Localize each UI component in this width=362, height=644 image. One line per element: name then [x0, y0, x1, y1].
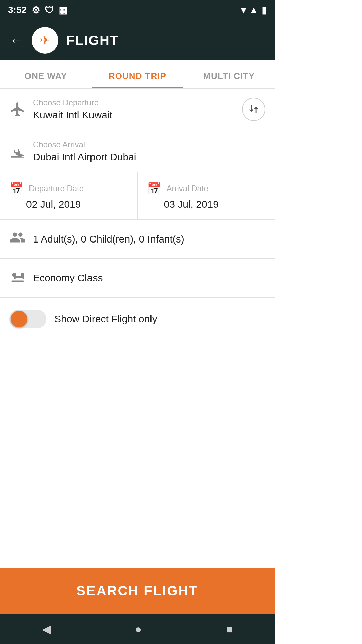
nav-recent-button[interactable]: ■ — [226, 623, 233, 636]
page-title: FLIGHT — [66, 33, 119, 48]
status-left: 3:52 ⚙ 🛡 ▦ — [8, 5, 67, 16]
status-bar: 3:52 ⚙ 🛡 ▦ ▾ ▲ ▮ — [0, 0, 275, 20]
seat-icon — [9, 268, 33, 288]
signal-icon: ▲ — [249, 5, 258, 15]
svg-rect-0 — [11, 281, 24, 282]
logo-circle: ✈ — [32, 27, 58, 54]
nav-home-button[interactable]: ● — [135, 623, 142, 636]
passengers-field[interactable]: 1 Adult(s), 0 Child(ren), 0 Infant(s) — [0, 220, 275, 259]
departure-value: Kuwait Intl Kuwait — [33, 109, 265, 121]
tab-one-way[interactable]: ONE WAY — [0, 60, 92, 88]
bottom-nav: ◀ ● ■ — [0, 614, 275, 644]
arrival-value: Dubai Intl Airport Dubai — [33, 151, 265, 163]
toggle-thumb — [11, 311, 27, 327]
shield-icon: 🛡 — [45, 5, 54, 16]
date-row: 📅 Departure Date 02 Jul, 2019 📅 Arrival … — [0, 172, 275, 220]
tab-round-trip[interactable]: ROUND TRIP — [92, 60, 183, 88]
departure-date-label: Departure Date — [29, 184, 84, 193]
status-right: ▾ ▲ ▮ — [241, 5, 267, 16]
departure-calendar-icon: 📅 — [9, 182, 23, 195]
swap-button[interactable] — [242, 98, 265, 121]
toggle-track — [9, 310, 46, 328]
arrival-date-header: 📅 Arrival Date — [147, 182, 266, 195]
arrival-field[interactable]: Choose Arrival Dubai Intl Airport Dubai — [0, 130, 275, 172]
arrival-label: Choose Arrival — [33, 140, 265, 149]
search-flight-button[interactable]: SEARCH FLIGHT — [0, 568, 275, 614]
departure-date-value: 02 Jul, 2019 — [9, 199, 128, 210]
arrival-date-label: Arrival Date — [167, 184, 208, 193]
trip-type-tabs: ONE WAY ROUND TRIP MULTI CITY — [0, 60, 275, 89]
departure-date-header: 📅 Departure Date — [9, 182, 128, 195]
departure-field[interactable]: Choose Departure Kuwait Intl Kuwait — [0, 89, 275, 130]
passengers-value: 1 Adult(s), 0 Child(ren), 0 Infant(s) — [33, 233, 184, 245]
arrival-calendar-icon: 📅 — [147, 182, 161, 195]
nav-back-button[interactable]: ◀ — [42, 622, 51, 636]
status-time: 3:52 — [8, 5, 27, 15]
sim-icon: ▦ — [59, 5, 67, 16]
settings-icon: ⚙ — [32, 5, 40, 16]
content-spacer — [0, 340, 275, 568]
departure-date-field[interactable]: 📅 Departure Date 02 Jul, 2019 — [0, 172, 138, 219]
arrival-date-field[interactable]: 📅 Arrival Date 03 Jul, 2019 — [138, 172, 275, 219]
arrive-plane-icon — [9, 143, 33, 160]
cabin-class-field[interactable]: Economy Class — [0, 259, 275, 298]
direct-flight-toggle-row: Show Direct Flight only — [0, 298, 275, 340]
plane-logo-icon: ✈ — [40, 33, 50, 48]
main-content: Choose Departure Kuwait Intl Kuwait Choo… — [0, 89, 275, 568]
back-button[interactable]: ← — [9, 33, 23, 47]
app-header: ← ✈ FLIGHT — [0, 20, 275, 60]
direct-flight-toggle[interactable] — [9, 310, 46, 328]
arrival-date-value: 03 Jul, 2019 — [147, 199, 266, 210]
departure-content: Choose Departure Kuwait Intl Kuwait — [33, 98, 265, 121]
arrival-content: Choose Arrival Dubai Intl Airport Dubai — [33, 140, 265, 163]
depart-plane-icon — [9, 101, 33, 118]
battery-icon: ▮ — [262, 5, 267, 16]
direct-flight-label: Show Direct Flight only — [54, 313, 157, 325]
wifi-icon: ▾ — [241, 5, 246, 16]
passengers-icon — [9, 229, 33, 249]
tab-multi-city[interactable]: MULTI CITY — [183, 60, 275, 88]
cabin-class-value: Economy Class — [33, 272, 103, 284]
departure-label: Choose Departure — [33, 98, 265, 107]
